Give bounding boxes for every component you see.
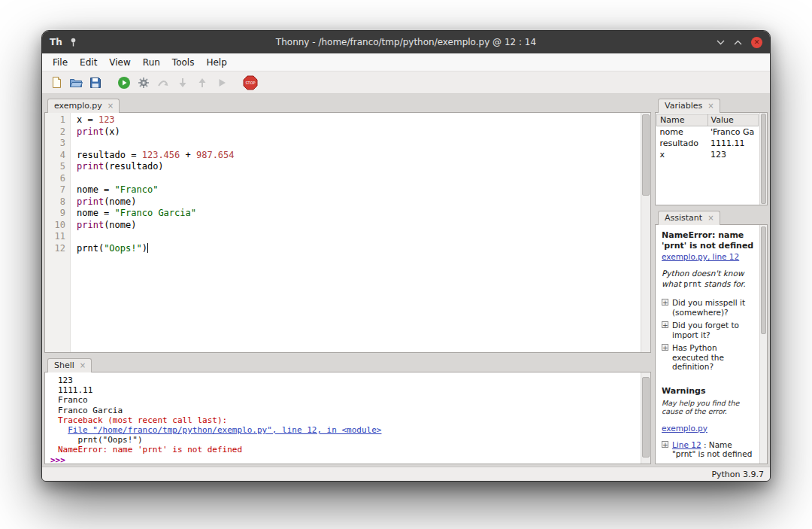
shell-tab-label: Shell	[54, 360, 74, 370]
seg-string: "Franco"	[115, 184, 159, 195]
menu-file[interactable]: File	[47, 55, 74, 70]
tab-variables[interactable]: Variables ×	[658, 99, 720, 113]
title-bar: Th Thonny - /home/franco/tmp/python/exem…	[42, 31, 770, 53]
line-number: 1	[45, 114, 65, 126]
assistant-vertical-scrollbar[interactable]	[759, 225, 767, 464]
titlebar-left: Th	[50, 37, 117, 47]
assistant-suggestion[interactable]: +Did you misspell it (somewhere)?	[662, 298, 755, 317]
line-number: 6	[45, 173, 65, 185]
new-file-button[interactable]	[48, 74, 65, 92]
variables-vertical-scrollbar[interactable]	[759, 113, 767, 205]
seg-out: 123	[58, 375, 73, 385]
assistant-warning-item[interactable]: + Line 12 : Name "prnt" is not defined	[662, 440, 755, 459]
debug-button[interactable]	[135, 74, 152, 92]
variable-row[interactable]: nome'Franco Ga	[657, 126, 759, 138]
menu-view[interactable]: View	[103, 55, 136, 70]
resume-button[interactable]	[214, 74, 230, 92]
shell-traceback-link[interactable]: File "/home/franco/tmp/python/exemplo.py…	[68, 425, 381, 435]
assistant-file-link[interactable]: exemplo.py	[662, 424, 755, 433]
pin-toggle[interactable]	[69, 38, 77, 47]
assistant-body-panel: NameError: name 'prnt' is not defined ex…	[655, 224, 768, 464]
step-into-button[interactable]	[174, 74, 191, 92]
tab-shell[interactable]: Shell ×	[47, 358, 92, 372]
line-number: 4	[45, 150, 65, 162]
expand-icon[interactable]: +	[662, 344, 668, 351]
tab-close-icon[interactable]: ×	[707, 102, 714, 110]
save-button[interactable]	[87, 74, 104, 92]
variable-cell: 1111.11	[707, 138, 759, 149]
assistant-tab-label: Assistant	[665, 213, 702, 223]
line-number: 8	[45, 196, 65, 208]
seg-plain	[58, 425, 68, 435]
seg-err: NameError: name 'prnt' is not defined	[58, 445, 242, 455]
explanation-text: stands for.	[701, 279, 745, 288]
variable-row[interactable]: x123	[657, 149, 759, 160]
menu-edit[interactable]: Edit	[74, 55, 103, 70]
variables-column-name[interactable]: Name	[657, 114, 708, 126]
tab-close-icon[interactable]: ×	[108, 102, 114, 110]
editor-line: resultado = 123.456 + 987.654	[77, 150, 641, 162]
editor-gutter: 123456789101112	[45, 113, 71, 352]
shell-output[interactable]: 1231111.11FrancoFranco GarciaTraceback (…	[45, 372, 641, 464]
seg-string: "Franco Garcia"	[115, 208, 196, 218]
assistant-error-location-link[interactable]: exemplo.py, line 12	[662, 252, 755, 262]
step-out-button[interactable]	[194, 74, 211, 92]
variables-column-value[interactable]: Value	[707, 114, 759, 126]
stop-icon: STOP	[243, 75, 258, 90]
line-number: 9	[45, 208, 65, 220]
python-version[interactable]: Python 3.9.7	[711, 470, 764, 479]
feedback-link[interactable]: Was it helpful or ...	[681, 463, 752, 464]
seg-out: Franco Garcia	[58, 406, 123, 415]
seg-out: prnt("Oops!")	[58, 435, 143, 445]
shell-line: File "/home/franco/tmp/python/exemplo.py…	[45, 425, 641, 435]
scrollbar-thumb[interactable]	[761, 226, 766, 334]
shell-vertical-scrollbar[interactable]	[641, 372, 650, 464]
expand-icon[interactable]: +	[662, 441, 668, 448]
tab-assistant[interactable]: Assistant ×	[658, 211, 720, 225]
editor-line	[77, 173, 641, 185]
seg-plain: (resultado)	[104, 161, 163, 172]
variable-row[interactable]: resultado1111.11	[657, 138, 759, 149]
suggestion-text: Did you forget to import it?	[672, 321, 755, 339]
assistant-suggestion[interactable]: +Has Python executed the definition?	[662, 343, 755, 372]
seg-builtin: print	[77, 126, 104, 137]
shell-body: 1231111.11FrancoFranco GarciaTraceback (…	[44, 372, 651, 464]
suggestion-text: Did you misspell it (somewhere)?	[672, 298, 755, 317]
unshade-button[interactable]	[734, 40, 742, 45]
menu-help[interactable]: Help	[200, 55, 232, 70]
scrollbar-thumb[interactable]	[642, 114, 650, 196]
shade-button[interactable]	[717, 40, 725, 45]
editor-vertical-scrollbar[interactable]	[641, 113, 650, 352]
assistant-suggestion[interactable]: +Did you forget to import it?	[662, 321, 755, 339]
stop-button[interactable]: STOP	[242, 74, 259, 92]
warning-line-link[interactable]: Line 12	[672, 440, 701, 449]
seg-prompt: >>>	[50, 455, 71, 464]
expand-icon[interactable]: +	[662, 299, 668, 306]
menu-tools[interactable]: Tools	[166, 55, 201, 70]
menu-run[interactable]: Run	[137, 55, 166, 70]
variables-body-panel: NameValue nome'Franco Garesultado1111.11…	[655, 112, 768, 205]
run-button[interactable]	[116, 74, 132, 92]
tab-close-icon[interactable]: ×	[80, 362, 86, 369]
close-button[interactable]: ✕	[751, 37, 762, 48]
scrollbar-thumb[interactable]	[761, 114, 766, 204]
expand-icon[interactable]: +	[662, 321, 668, 328]
shell-line: Traceback (most recent call last):	[45, 415, 641, 425]
tab-close-icon[interactable]: ×	[707, 214, 714, 222]
editor-tab-row: exemplo.py ×	[44, 96, 651, 112]
pin-icon	[69, 38, 77, 47]
text-cursor	[147, 243, 148, 253]
svg-text:STOP: STOP	[245, 81, 255, 85]
seg-plain: )	[142, 243, 147, 254]
scrollbar-thumb[interactable]	[642, 377, 650, 457]
seg-number: 123.456	[142, 150, 180, 160]
editor-line: print(x)	[77, 126, 641, 138]
tab-exemplo-py[interactable]: exemplo.py ×	[47, 99, 120, 113]
seg-plain: prnt(	[77, 243, 104, 254]
editor-code[interactable]: x = 123print(x) resultado = 123.456 + 98…	[71, 113, 641, 352]
editor-tab-label: exemplo.py	[54, 101, 102, 111]
variable-cell: 'Franco Ga	[707, 126, 759, 138]
open-file-button[interactable]	[68, 74, 84, 92]
shell-line: prnt("Oops!")	[45, 435, 641, 445]
step-over-button[interactable]	[155, 74, 171, 92]
